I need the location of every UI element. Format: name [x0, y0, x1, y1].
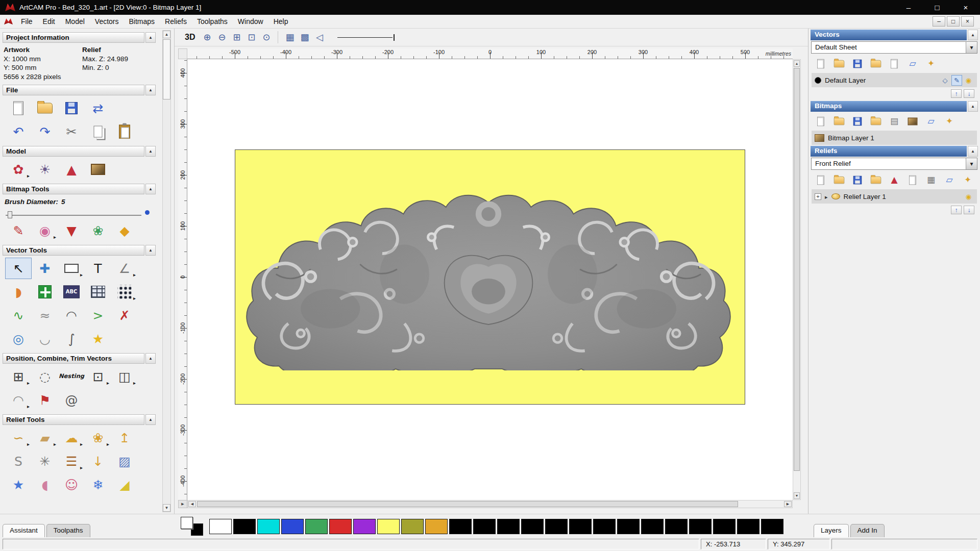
import-bitmap-button[interactable]: [868, 114, 884, 128]
mdi-restore-button[interactable]: □: [947, 16, 960, 27]
save-model-button[interactable]: [58, 97, 85, 119]
menu-item[interactable]: Reliefs: [160, 15, 192, 28]
colour-swatch[interactable]: [689, 519, 712, 534]
delete-relief-layer-button[interactable]: ▱: [941, 173, 958, 187]
colour-swatch[interactable]: [473, 519, 496, 534]
vertical-scrollbar[interactable]: [793, 59, 801, 500]
adjust-model-lighting-button[interactable]: ☀: [32, 159, 58, 180]
menu-item[interactable]: File: [16, 15, 38, 28]
layer-visibility-button[interactable]: ◉: [963, 75, 974, 86]
scroll-down-icon[interactable]: [163, 504, 170, 512]
colour-swatch[interactable]: [737, 519, 760, 534]
view-3d-button[interactable]: 3D: [181, 32, 199, 42]
dropdown-arrow-icon[interactable]: [27, 439, 30, 448]
paint-button[interactable]: ✎: [5, 220, 32, 241]
menu-item[interactable]: Model: [60, 15, 90, 28]
scrollbar-thumb[interactable]: [163, 39, 170, 99]
scroll-down-icon[interactable]: [794, 492, 800, 499]
dropdown-arrow-icon[interactable]: [107, 378, 109, 387]
collapse-vector-tools-button[interactable]: [145, 245, 156, 256]
paste-button[interactable]: [111, 121, 138, 142]
save-bitmap-layer-button[interactable]: [849, 114, 866, 128]
collapse-relief-tools-button[interactable]: [145, 414, 156, 425]
colour-swatch[interactable]: [401, 519, 424, 534]
paste-along-curve-button[interactable]: ◌: [32, 366, 58, 387]
horizontal-scrollbar[interactable]: [187, 500, 793, 508]
transform-vectors-button[interactable]: ✚: [32, 258, 58, 279]
textured-text-button[interactable]: ABC: [58, 281, 85, 303]
panel-tab[interactable]: Toolpaths: [46, 524, 90, 537]
dropdown-arrow-icon[interactable]: [80, 439, 83, 448]
dropdown-arrow-icon[interactable]: [133, 269, 136, 279]
horizontal-scrollbar-thumb[interactable]: [197, 501, 738, 507]
collapse-file-button[interactable]: [145, 85, 156, 95]
snap-grid-button[interactable]: ▦: [283, 31, 297, 44]
create-text-button[interactable]: T: [85, 258, 111, 279]
collapse-project-information-button[interactable]: [145, 32, 156, 43]
colour-swatch[interactable]: [281, 519, 304, 534]
brush-diameter-slider[interactable]: [6, 209, 150, 218]
colour-swatch[interactable]: [521, 519, 544, 534]
menu-item[interactable]: Edit: [38, 15, 60, 28]
create-ellipse-button[interactable]: ◡: [32, 328, 58, 349]
sculpting-tools-button[interactable]: ❀: [85, 427, 111, 448]
create-arc-button[interactable]: >: [85, 305, 111, 326]
pane-split-icon[interactable]: [178, 500, 187, 508]
create-star-button[interactable]: ★: [85, 328, 111, 349]
open-model-button[interactable]: [32, 97, 58, 119]
make-grid-button[interactable]: [85, 281, 111, 303]
dropdown-arrow-icon[interactable]: [27, 378, 30, 387]
dropdown-arrow-icon[interactable]: [27, 401, 30, 410]
edit-layer-button[interactable]: ✎: [951, 75, 962, 86]
zoom-fit-button[interactable]: ⊡: [244, 31, 258, 44]
import-export-button[interactable]: ⇄: [85, 97, 111, 119]
node-editing-button[interactable]: [111, 281, 138, 303]
move-layer-down-button[interactable]: [964, 89, 974, 98]
dropdown-arrow-icon[interactable]: [107, 439, 109, 448]
mdi-close-button[interactable]: ×: [961, 16, 974, 27]
previous-view-button[interactable]: ◁: [312, 31, 326, 44]
zoom-in-button[interactable]: ⊕: [200, 31, 214, 44]
slider-thumb[interactable]: [8, 211, 12, 218]
snap-to-layer-button[interactable]: ◇: [940, 75, 950, 86]
colour-swatch[interactable]: [425, 519, 448, 534]
relief-layer-row[interactable]: Relief Layer 1 ◉: [812, 189, 977, 204]
colour-swatch[interactable]: [329, 519, 352, 534]
side-panel-tab[interactable]: Layers: [814, 524, 849, 537]
scroll-left-icon[interactable]: [188, 501, 196, 507]
menu-item[interactable]: Bitmaps: [124, 15, 160, 28]
copy-button[interactable]: [85, 121, 111, 142]
colour-swatch[interactable]: [545, 519, 568, 534]
create-rectangle-button[interactable]: [58, 258, 85, 279]
line-thickness-handle[interactable]: [394, 34, 395, 41]
dropdown-arrow-icon[interactable]: [27, 170, 30, 180]
menu-item[interactable]: Window: [233, 15, 268, 28]
collapse-reliefs-panel-button[interactable]: [968, 146, 978, 157]
layer-colour-swatch[interactable]: [815, 77, 821, 84]
open-vector-layer-button[interactable]: [831, 57, 847, 70]
join-vectors-button[interactable]: ∫: [58, 328, 85, 349]
dropdown-arrow-icon[interactable]: [80, 269, 83, 279]
angled-plane-button[interactable]: ◢: [111, 474, 138, 495]
delete-bitmap-layer-button[interactable]: ▱: [923, 114, 939, 128]
scroll-up-icon[interactable]: [163, 31, 170, 38]
dropdown-arrow-icon[interactable]: [133, 378, 136, 387]
tree-arrow-icon[interactable]: [825, 193, 828, 201]
scale-relief-button[interactable]: ▲: [886, 173, 902, 187]
scale-relief-height-button[interactable]: ▲: [58, 159, 85, 180]
open-relief-layer-button[interactable]: [831, 173, 847, 187]
colour-swatch[interactable]: [377, 519, 400, 534]
bitmap-layer-row[interactable]: Bitmap Layer 1: [812, 131, 977, 145]
offset-vectors-button[interactable]: ◗: [5, 281, 32, 303]
primary-secondary-colours[interactable]: [180, 517, 205, 536]
zoom-out-button[interactable]: ⊖: [215, 31, 229, 44]
dropdown-arrow-icon[interactable]: [54, 232, 56, 241]
smooth-relief-button[interactable]: ∽: [5, 427, 32, 448]
create-bezier-button[interactable]: ◠: [58, 305, 85, 326]
toggle-all-vector-layers-button[interactable]: ✦: [923, 57, 939, 70]
colour-swatch[interactable]: [569, 519, 592, 534]
dropdown-arrow-icon[interactable]: [54, 439, 56, 448]
vertical-scrollbar-thumb[interactable]: [794, 68, 800, 471]
move-relief-layer-up-button[interactable]: [951, 206, 962, 214]
collapse-bitmaps-panel-button[interactable]: [968, 101, 978, 112]
